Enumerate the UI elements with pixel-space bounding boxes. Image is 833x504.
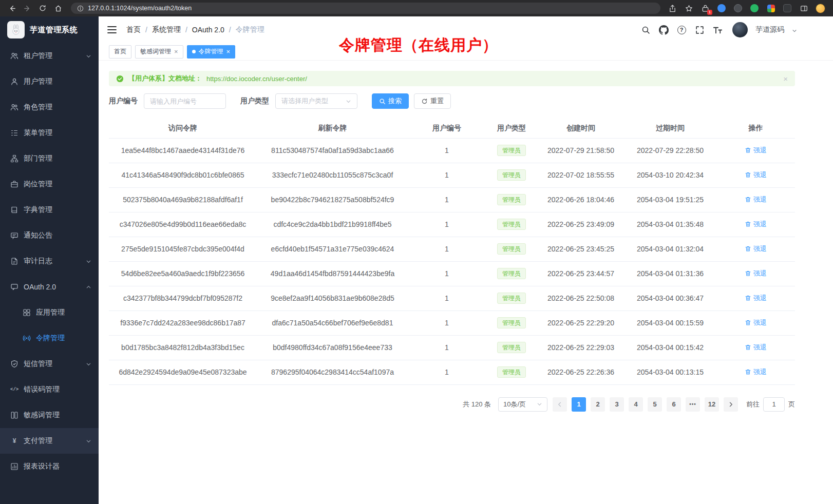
access-token-cell: 502375b8040a469a9b82188afdf6af1f [109, 187, 257, 212]
goto-page-input[interactable] [763, 397, 785, 412]
profile-avatar [816, 4, 825, 13]
bookmark-button[interactable] [683, 3, 694, 14]
extension-password-button[interactable]: 1 [699, 3, 711, 14]
user-avatar[interactable] [732, 22, 748, 37]
sidebar-item-pay[interactable]: ¥ 支付管理 [0, 428, 99, 454]
sidebar-item-role[interactable]: 角色管理 [0, 94, 99, 120]
tab-token[interactable]: 令牌管理 × [187, 45, 236, 59]
font-size-button[interactable] [712, 25, 723, 35]
prev-page-button[interactable] [553, 397, 567, 412]
page-button-6[interactable]: 6 [667, 397, 681, 412]
sidebar-item-sms[interactable]: 短信管理 [0, 351, 99, 377]
home-icon [54, 5, 62, 12]
user-id-cell: 1 [408, 187, 485, 212]
back-button[interactable] [5, 2, 18, 14]
page-button-5[interactable]: 5 [648, 397, 662, 412]
tab-close-icon[interactable]: × [174, 48, 178, 55]
user-type-badge: 管理员 [497, 169, 526, 181]
breadcrumb-system[interactable]: 系统管理 [152, 25, 181, 34]
force-logout-button[interactable]: 强退 [745, 269, 767, 278]
force-logout-button[interactable]: 强退 [745, 195, 767, 204]
alert-close-icon[interactable]: × [783, 74, 788, 83]
sidebar-item-sensitive-word[interactable]: 敏感词管理 [0, 402, 99, 428]
chevron-down-icon [346, 99, 351, 104]
split-view-button[interactable] [798, 3, 809, 14]
share-button[interactable] [667, 3, 678, 14]
address-bar[interactable]: 127.0.0.1:1024/system/oauth2/token [71, 3, 660, 14]
tab-label: 首页 [114, 47, 126, 56]
sidebar-item-dict[interactable]: 字典管理 [0, 197, 99, 223]
expire-time-cell: 2054-03-10 20:42:34 [624, 163, 716, 187]
gray-extension-icon [783, 4, 791, 12]
forward-button[interactable] [21, 2, 34, 14]
github-button[interactable] [658, 25, 669, 35]
user-id-input[interactable] [144, 93, 226, 109]
breadcrumb-oauth[interactable]: OAuth 2.0 [192, 26, 224, 34]
chevron-right-icon [728, 401, 734, 408]
expire-time-cell: 2054-03-04 01:31:36 [624, 261, 716, 286]
search-button[interactable]: 搜索 [372, 93, 409, 109]
sidebar-item-errcode[interactable]: </> 错误码管理 [0, 377, 99, 402]
force-logout-button[interactable]: 强退 [745, 244, 767, 254]
sidebar-item-oauth-token[interactable]: 令牌管理 [0, 325, 99, 351]
home-button[interactable] [51, 2, 65, 14]
help-button[interactable]: ? [676, 25, 687, 35]
tab-sensitive-word[interactable]: 敏感词管理 × [135, 45, 183, 59]
reset-button[interactable]: 重置 [414, 93, 451, 109]
app-logo[interactable]: 芋道管理系统 [0, 16, 99, 43]
user-type-select[interactable]: 请选择用户类型 [275, 93, 357, 109]
force-logout-button[interactable]: 强退 [745, 343, 767, 352]
force-logout-button[interactable]: 强退 [745, 367, 767, 377]
force-logout-button[interactable]: 强退 [745, 220, 767, 229]
delete-icon [745, 319, 751, 326]
alert-doc-link[interactable]: https://doc.iocoder.cn/user-center/ [206, 75, 307, 83]
page-button-1[interactable]: 1 [572, 397, 586, 412]
breadcrumb-separator: / [145, 26, 147, 34]
sidebar-item-oauth[interactable]: OAuth 2.0 [0, 274, 99, 300]
next-page-button[interactable] [724, 397, 738, 412]
force-logout-button[interactable]: 强退 [745, 294, 767, 303]
sidebar-item-audit-log[interactable]: 审计日志 [0, 248, 99, 274]
extension-green-button[interactable] [749, 3, 760, 14]
refresh-token-cell: b0df4980ffd34c67a08f9156e4eee733 [257, 335, 408, 360]
reset-icon [421, 98, 428, 105]
breadcrumb-home[interactable]: 首页 [126, 25, 141, 34]
page-size-select[interactable]: 10条/页 [498, 397, 547, 412]
breadcrumb-current: 令牌管理 [236, 25, 264, 34]
force-logout-button[interactable]: 强退 [745, 146, 767, 155]
extension-gray-button[interactable] [782, 3, 793, 14]
force-logout-button[interactable]: 强退 [745, 318, 767, 327]
sidebar-item-report-designer[interactable]: 报表设计器 [0, 454, 99, 479]
page-button-2[interactable]: 2 [591, 397, 605, 412]
tab-home[interactable]: 首页 [109, 45, 131, 59]
sidebar-item-notice[interactable]: 通知公告 [0, 223, 99, 248]
site-info-icon[interactable] [77, 5, 84, 12]
sidebar-item-post[interactable]: 岗位管理 [0, 171, 99, 197]
user-id-cell: 1 [408, 138, 485, 163]
page-button-4[interactable]: 4 [629, 397, 643, 412]
header-search-button[interactable] [640, 25, 651, 35]
force-logout-button[interactable]: 强退 [745, 170, 767, 180]
refresh-button[interactable] [36, 2, 49, 14]
sidebar-toggle-icon[interactable] [107, 25, 117, 35]
fullscreen-button[interactable] [694, 25, 705, 35]
sidebar-item-user[interactable]: 用户管理 [0, 69, 99, 94]
browser-profile-button[interactable] [815, 3, 826, 14]
sidebar-item-menu[interactable]: 菜单管理 [0, 120, 99, 146]
extension-blue-button[interactable] [716, 3, 727, 14]
tab-close-icon[interactable]: × [226, 48, 231, 55]
sidebar-item-oauth-app[interactable]: 应用管理 [0, 300, 99, 325]
sidebar-item-dept[interactable]: 部门管理 [0, 146, 99, 171]
col-user-type: 用户类型 [485, 119, 538, 138]
extension-dark-button[interactable] [732, 3, 744, 14]
split-view-icon [800, 5, 808, 12]
create-time-cell: 2022-06-25 22:29:20 [538, 311, 624, 335]
page-button-12[interactable]: 12 [705, 397, 719, 412]
access-token-cell: f9336e7c7dd242a283ee98dc86b17a87 [109, 311, 257, 335]
extensions-button[interactable] [765, 3, 777, 14]
page-button-3[interactable]: 3 [610, 397, 624, 412]
force-logout-label: 强退 [753, 170, 767, 180]
sidebar-item-tenant[interactable]: 租户管理 [0, 43, 99, 69]
user-dropdown-caret-icon[interactable] [792, 28, 797, 33]
pager-more-button[interactable]: ••• [686, 397, 700, 412]
